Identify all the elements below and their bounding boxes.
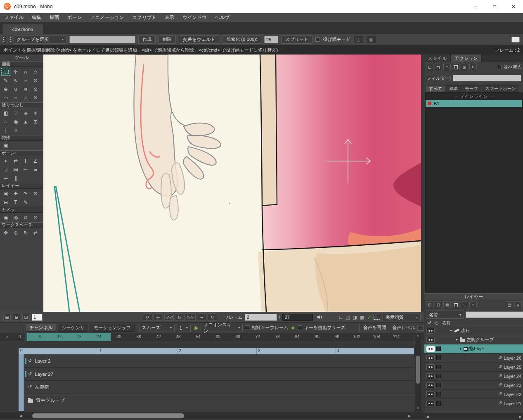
tool-button[interactable]: ⋮ [1, 126, 11, 135]
tool-button[interactable]: ≈ [21, 76, 31, 85]
close-button[interactable]: ✕ [504, 0, 523, 13]
menu-item[interactable]: スクリプト [128, 13, 161, 22]
tool-button[interactable]: ⊟ [1, 198, 11, 206]
tool-button[interactable]: ↷ [21, 189, 31, 198]
action-icon-button[interactable] [452, 64, 459, 70]
layer-row[interactable]: Layer 25 [424, 363, 523, 372]
tool-button[interactable]: ✛ [11, 67, 21, 76]
layer-icon-button[interactable]: ∧ [514, 301, 522, 308]
layer-visibility-toggle[interactable] [426, 401, 435, 406]
tool-button[interactable]: ✥ [1, 228, 11, 237]
tool-button[interactable]: ✛ [21, 157, 31, 165]
current-frame-input[interactable] [245, 314, 277, 321]
expander-icon[interactable]: ▼ [450, 329, 452, 332]
tool-button[interactable]: ⊢ [21, 165, 31, 174]
tool-button[interactable]: ▲ [21, 117, 31, 126]
selection-name-input[interactable] [69, 36, 135, 43]
layer-visibility-toggle[interactable] [426, 382, 435, 388]
action-icon-button[interactable]: ⊡ [426, 64, 433, 70]
lasso-free-icon[interactable]: ▣ [366, 36, 376, 44]
tool-button[interactable]: ▣ [1, 141, 11, 150]
view-mode-button[interactable]: ◨ [352, 315, 358, 320]
tool-button[interactable]: ∿ [11, 76, 21, 85]
tool-button[interactable]: ◈ [21, 109, 31, 117]
tool-button[interactable]: ≋ [21, 85, 31, 93]
scroll-up-icon[interactable]: ∧ [415, 334, 421, 337]
audio-level-value[interactable]: = [417, 325, 424, 331]
layer-visibility-toggle[interactable] [426, 355, 435, 361]
filter-tab[interactable]: スマートボーン [482, 85, 519, 93]
scroll-left-icon[interactable]: ◀ [19, 414, 22, 418]
frame-step-dropdown[interactable]: 1 ▾ [177, 324, 191, 332]
tool-button[interactable]: ∠ [31, 157, 40, 165]
tool-button[interactable]: ◎ [11, 213, 21, 222]
lasso-mode-checkbox[interactable] [315, 37, 320, 42]
tool-button[interactable]: ⊸ [1, 174, 11, 183]
playback-button[interactable]: ▷▷ [186, 313, 195, 321]
tool-button[interactable]: ✎ [1, 76, 11, 85]
menu-item[interactable]: アニメーション [86, 13, 128, 22]
tool-button[interactable]: ⊚ [21, 213, 31, 222]
timeline-hscrollbar[interactable]: ◀ ▶ [0, 412, 424, 419]
playback-button[interactable]: ⇤ [154, 313, 163, 321]
manual-book-icon[interactable] [511, 37, 520, 43]
layer-row[interactable]: Layer 26 [424, 354, 523, 363]
step-input[interactable] [32, 314, 43, 321]
layer-icon-button[interactable]: ≡ [469, 301, 477, 308]
seconds-ruler[interactable]: 01234 [19, 348, 414, 354]
menu-item[interactable]: 描画 [45, 13, 63, 22]
scroll-right-icon[interactable]: ▶ [519, 415, 522, 419]
tool-button[interactable]: ◇ [31, 67, 40, 76]
expander-icon[interactable]: ▼ [455, 338, 458, 341]
tool-button[interactable] [1, 67, 11, 76]
view-mode-button[interactable]: ◫ [345, 315, 351, 320]
minimize-button[interactable]: – [466, 0, 485, 13]
playback-button[interactable]: ▷ [175, 313, 185, 321]
layer-icon-button[interactable]: ⊡ [435, 301, 442, 308]
filter-tab[interactable]: モーフ [461, 85, 481, 93]
tool-button[interactable]: ⌖ [1, 157, 11, 165]
layer-visibility-toggle[interactable] [426, 346, 435, 352]
layer-visibility-toggle[interactable] [426, 364, 435, 370]
timeline-vscrollbar[interactable]: ∧ ∨ [415, 333, 421, 411]
layer-icon-button[interactable]: ⋯ [461, 301, 468, 308]
layer-row[interactable]: ▼ 歩行 [424, 326, 523, 335]
layer-checkbox[interactable] [436, 346, 441, 351]
timeline-ruler[interactable]: ↔ 06121824303642485460667278849096102108… [0, 333, 424, 341]
layer-row[interactable]: Layer 22 [424, 390, 523, 399]
panel-tab[interactable]: アクション [451, 55, 482, 62]
action-icon-button[interactable]: ↻ [469, 64, 477, 70]
tool-button[interactable]: ◉ [11, 117, 21, 126]
vscroll-thumb[interactable] [416, 356, 420, 384]
layer-row[interactable]: ▼ 指FbyF [424, 344, 523, 354]
layer-icon-button[interactable]: ⊞ [426, 301, 433, 308]
layer-row[interactable]: Layer 21 [424, 399, 523, 408]
onion-skin-dropdown[interactable]: オニオンスキン ▾ [201, 324, 243, 332]
layer-visibility-toggle[interactable] [426, 373, 435, 379]
maximize-button[interactable]: □ [485, 0, 504, 13]
resume-audio-button[interactable]: 音声を再開 [359, 324, 390, 332]
tool-button[interactable]: ↻ [21, 228, 31, 237]
tool-button[interactable]: ∩ [21, 67, 31, 76]
timeline-track-row[interactable]: 左腕暗 [24, 381, 414, 394]
layer-checkbox[interactable] [436, 383, 441, 387]
timeline-tab[interactable]: モーショングラフ [90, 324, 135, 332]
tool-button[interactable]: ⊞ [31, 117, 40, 126]
layers-hscrollbar[interactable]: ◀ ▶ [424, 413, 523, 420]
timeline-track-row[interactable]: Layer 2 [24, 354, 414, 368]
tool-button[interactable]: ◊ [11, 126, 21, 135]
menu-item[interactable]: ファイル [0, 13, 28, 22]
layer-visibility-toggle[interactable] [426, 337, 435, 343]
menu-item[interactable]: ウインドウ [178, 13, 211, 22]
layer-icon-button[interactable] [452, 301, 459, 308]
panel-tab[interactable]: スタイル [424, 55, 451, 62]
tool-button[interactable]: ∪ [11, 85, 21, 93]
tool-button[interactable]: ✕ [31, 93, 40, 102]
keyframe-icon-button[interactable]: ⊡ [22, 314, 30, 320]
tool-button[interactable]: ∴ [1, 117, 11, 126]
action-row[interactable]: B1 [426, 100, 522, 107]
tool-button[interactable]: ▭ [1, 93, 11, 102]
tool-button[interactable]: ◧ [1, 109, 11, 117]
keyframe-icon-button[interactable]: ⊟ [13, 314, 20, 320]
timeline-track-row[interactable]: 背中グループ [24, 394, 414, 407]
